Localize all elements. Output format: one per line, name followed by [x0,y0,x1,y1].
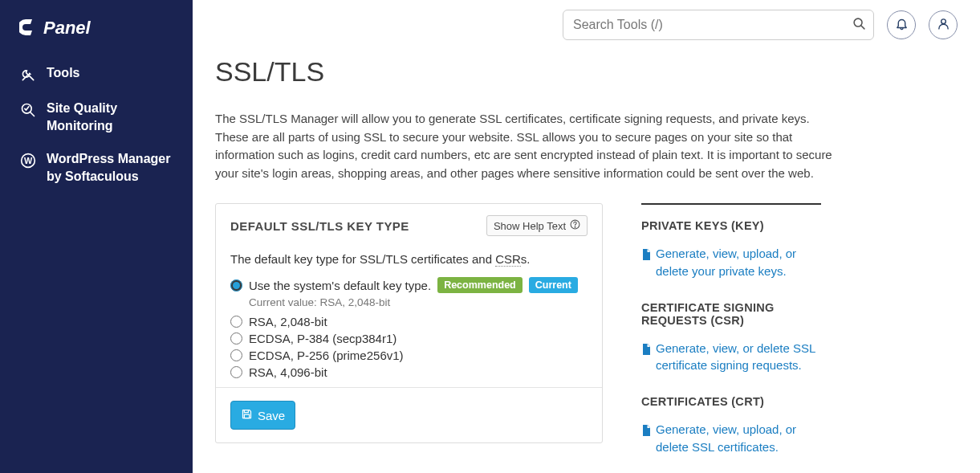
notifications-button[interactable] [887,10,916,39]
save-icon [241,408,253,422]
right-panel: PRIVATE KEYS (KEY) Generate, view, uploa… [641,203,821,473]
sidebar-item-tools[interactable]: Tools [0,56,193,92]
topbar [193,0,980,50]
svg-text:W: W [24,156,33,165]
save-button[interactable]: Save [230,401,295,430]
search-container [563,10,874,40]
recommended-badge: Recommended [437,277,523,293]
user-icon [937,17,950,33]
radio-input[interactable] [230,349,242,361]
sidebar-item-label: Site Quality Monitoring [47,100,173,134]
sidebar: Panel Tools Site Quality Monitoring W [0,0,193,473]
section-title-csr: CERTIFICATE SIGNING REQUESTS (CSR) [641,301,821,327]
svg-rect-8 [244,414,249,418]
radio-ecdsa-p256[interactable]: ECDSA, P-256 (prime256v1) [230,347,588,364]
bell-icon [895,17,909,33]
key-type-card: DEFAULT SSL/TLS KEY TYPE Show Help Text … [215,203,603,443]
page-title: SSL/TLS [215,56,958,88]
question-icon [570,219,580,232]
sidebar-item-site-quality[interactable]: Site Quality Monitoring [0,92,193,142]
radio-label[interactable]: Use the system's default key type. [249,279,431,292]
save-label: Save [258,409,285,422]
radio-input[interactable] [230,316,242,328]
intro-text: The SSL/TLS Manager will allow you to ge… [215,110,833,182]
search-icon[interactable] [852,17,866,33]
csr-link[interactable]: Generate, view, or delete SSL certificat… [641,340,821,375]
radio-input[interactable] [230,332,242,345]
sidebar-item-label: Tools [47,64,79,82]
magnifier-icon [19,101,37,119]
svg-text:Panel: Panel [43,18,91,38]
radio-input[interactable] [230,366,242,378]
main: SSL/TLS The SSL/TLS Manager will allow y… [193,0,980,473]
show-help-button[interactable]: Show Help Text [486,215,588,236]
document-icon [641,247,651,280]
radio-rsa-4096[interactable]: RSA, 4,096-bit [230,364,588,381]
section-title-private-keys: PRIVATE KEYS (KEY) [641,219,821,232]
tools-icon [19,66,37,84]
radio-input-system[interactable] [230,279,242,292]
search-input[interactable] [563,10,874,40]
radio-rsa-2048[interactable]: RSA, 2,048-bit [230,313,588,330]
svg-point-5 [941,19,945,24]
document-icon [641,342,651,375]
csr-abbr: CSR [495,252,521,267]
current-value-text: Current value: RSA, 2,048-bit [230,295,588,313]
sidebar-item-label: WordPress Manager by Softaculous [47,150,173,185]
radio-ecdsa-p384[interactable]: ECDSA, P-384 (secp384r1) [230,330,588,347]
help-button-label: Show Help Text [494,220,566,232]
wordpress-icon: W [19,152,37,169]
card-title: DEFAULT SSL/TLS KEY TYPE [230,219,409,233]
svg-point-7 [575,226,575,227]
section-title-certificates: CERTIFICATES (CRT) [641,395,821,408]
sidebar-item-wordpress[interactable]: W WordPress Manager by Softaculous [0,142,193,193]
radio-label[interactable]: ECDSA, P-384 (secp384r1) [249,332,396,345]
content: SSL/TLS The SSL/TLS Manager will allow y… [193,50,980,473]
radio-label[interactable]: ECDSA, P-256 (prime256v1) [249,349,404,362]
default-keytype-text: The default key type for SSL/TLS certifi… [230,252,588,266]
radio-system-default[interactable]: Use the system's default key type. Recom… [230,275,588,295]
account-button[interactable] [929,10,958,39]
private-keys-link[interactable]: Generate, view, upload, or delete your p… [641,245,821,280]
cpanel-logo[interactable]: Panel [0,16,193,56]
document-icon [641,423,651,456]
certificates-link[interactable]: Generate, view, upload, or delete SSL ce… [641,421,821,456]
radio-label[interactable]: RSA, 4,096-bit [249,365,327,379]
divider [641,203,821,205]
current-badge: Current [529,277,578,293]
radio-label[interactable]: RSA, 2,048-bit [249,315,327,328]
